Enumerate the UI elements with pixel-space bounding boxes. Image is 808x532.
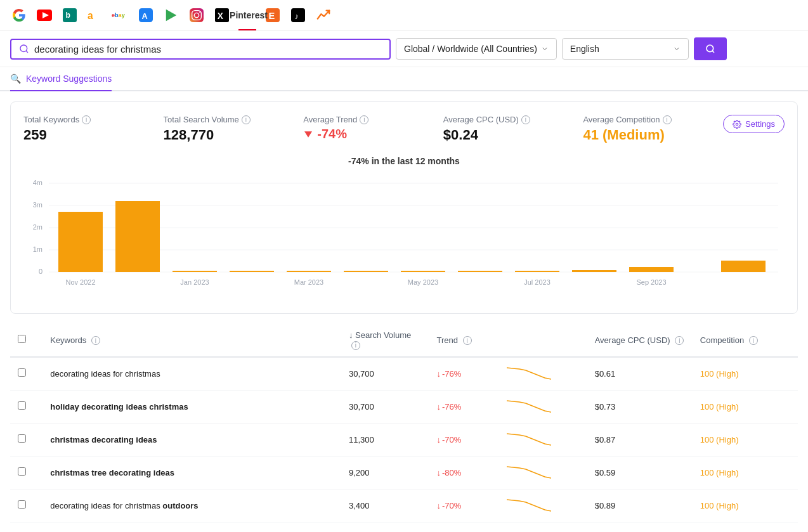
row-trend: ↓-80% bbox=[429, 456, 499, 489]
svg-text:Sep 2023: Sep 2023 bbox=[636, 278, 666, 286]
tab-keyword-suggestions[interactable]: 🔍 Keyword Suggestions bbox=[10, 67, 112, 91]
nav-instagram[interactable] bbox=[188, 6, 205, 24]
svg-text:♪: ♪ bbox=[295, 11, 299, 21]
mini-trend-chart bbox=[507, 431, 551, 446]
chart-title: -74% in the last 12 months bbox=[23, 156, 785, 166]
select-all-checkbox[interactable] bbox=[18, 335, 26, 343]
svg-text:4m: 4m bbox=[33, 179, 42, 186]
chart-area: -74% in the last 12 months 4m 3m 2m 1m 0 bbox=[23, 156, 785, 301]
row-checkbox-cell[interactable] bbox=[10, 390, 42, 423]
tab-bar: 🔍 Keyword Suggestions bbox=[0, 67, 808, 91]
top-navigation: b a ebay A X Pinterest E ♪ bbox=[0, 0, 808, 31]
search-bar: decorating ideas for christmas Global / … bbox=[0, 31, 808, 67]
tab-icon: 🔍 bbox=[10, 74, 21, 84]
row-checkbox[interactable] bbox=[18, 368, 26, 377]
stat-avg-trend: Average Trend i -74% bbox=[303, 115, 418, 141]
avg-cpc-info[interactable]: i bbox=[521, 115, 530, 124]
row-checkbox-cell[interactable] bbox=[10, 423, 42, 456]
th-competition[interactable]: Competition i bbox=[693, 324, 798, 357]
row-checkbox[interactable] bbox=[18, 500, 26, 509]
avg-cpc-header-info[interactable]: i bbox=[675, 336, 684, 345]
svg-text:0: 0 bbox=[39, 268, 42, 275]
row-keyword: christmas tree decorating ideas bbox=[42, 456, 341, 489]
row-cpc: $0.89 bbox=[587, 489, 693, 522]
nav-amazon[interactable]: a bbox=[86, 6, 104, 24]
row-volume: 30,700 bbox=[341, 357, 429, 391]
nav-google[interactable] bbox=[10, 6, 28, 24]
trend-header-info[interactable]: i bbox=[463, 336, 472, 345]
th-avg-cpc[interactable]: Average CPC (USD) i bbox=[587, 324, 693, 357]
trend-arrow-icon: ↓ bbox=[436, 435, 441, 444]
row-trend-chart bbox=[499, 456, 587, 489]
trend-down-arrow-icon bbox=[303, 129, 313, 139]
search-input-wrapper[interactable]: decorating ideas for christmas bbox=[10, 39, 391, 60]
row-checkbox[interactable] bbox=[18, 434, 26, 443]
row-checkbox[interactable] bbox=[18, 401, 26, 410]
row-checkbox-cell[interactable] bbox=[10, 489, 42, 522]
table-row: holiday decorating ideas christmas 30,70… bbox=[10, 390, 798, 423]
row-volume: 3,400 bbox=[341, 489, 429, 522]
row-cpc: $0.87 bbox=[587, 423, 693, 456]
nav-youtube[interactable] bbox=[36, 6, 53, 24]
language-chevron-icon bbox=[673, 45, 681, 53]
search-volume-header-info[interactable]: i bbox=[351, 341, 360, 350]
avg-competition-info[interactable]: i bbox=[663, 115, 672, 124]
nav-bing[interactable]: b bbox=[61, 6, 79, 24]
row-trend-chart bbox=[499, 423, 587, 456]
row-trend: ↓-70% bbox=[429, 423, 499, 456]
bar-mar2023 bbox=[287, 271, 331, 272]
row-checkbox-cell[interactable] bbox=[10, 456, 42, 489]
th-trend[interactable]: Trend i bbox=[429, 324, 499, 357]
row-keyword: decorating ideas for christmas outside bbox=[42, 522, 341, 532]
table-section: Keywords i ↓ Search Volume i Trend i Ave… bbox=[10, 324, 798, 532]
trend-arrow-icon: ↓ bbox=[436, 369, 441, 379]
competition-header-info[interactable]: i bbox=[749, 336, 758, 345]
bar-chart: 4m 3m 2m 1m 0 bbox=[23, 174, 785, 301]
svg-point-24 bbox=[736, 123, 738, 126]
th-search-volume[interactable]: ↓ Search Volume i bbox=[341, 324, 429, 357]
th-keywords[interactable]: Keywords i bbox=[42, 324, 341, 357]
stat-avg-cpc: Average CPC (USD) i $0.24 bbox=[443, 115, 558, 143]
row-competition: 100 (High) bbox=[693, 357, 798, 391]
row-checkbox-cell[interactable] bbox=[10, 357, 42, 391]
search-input[interactable]: decorating ideas for christmas bbox=[34, 44, 382, 55]
bar-feb2023 bbox=[230, 271, 274, 272]
svg-text:Mar 2023: Mar 2023 bbox=[294, 278, 323, 286]
svg-text:Nov 2022: Nov 2022 bbox=[65, 278, 95, 286]
avg-trend-info[interactable]: i bbox=[360, 115, 368, 124]
row-checkbox-cell[interactable] bbox=[10, 522, 42, 532]
stat-total-keywords: Total Keywords i 259 bbox=[23, 115, 138, 143]
trend-arrow-icon: ↓ bbox=[436, 501, 441, 510]
search-button[interactable] bbox=[694, 37, 727, 60]
location-dropdown[interactable]: Global / Worldwide (All Countries) bbox=[396, 38, 557, 60]
svg-text:A: A bbox=[142, 11, 148, 21]
settings-button[interactable]: Settings bbox=[723, 115, 785, 133]
row-trend-chart bbox=[499, 489, 587, 522]
nav-appstore[interactable]: A bbox=[137, 6, 155, 24]
nav-trending[interactable] bbox=[315, 6, 332, 24]
settings-gear-icon bbox=[733, 120, 741, 129]
svg-point-19 bbox=[20, 45, 27, 52]
language-dropdown[interactable]: English bbox=[562, 38, 689, 60]
nav-ebay[interactable]: ebay bbox=[112, 6, 129, 24]
row-checkbox[interactable] bbox=[18, 467, 26, 476]
mini-trend-chart bbox=[507, 365, 551, 380]
search-volume-info[interactable]: i bbox=[242, 115, 251, 124]
row-cpc: $0.73 bbox=[587, 390, 693, 423]
bar-dec2022 bbox=[115, 201, 160, 272]
table-header-row: Keywords i ↓ Search Volume i Trend i Ave… bbox=[10, 324, 798, 357]
svg-text:May 2023: May 2023 bbox=[408, 278, 438, 286]
svg-line-20 bbox=[26, 51, 28, 53]
row-competition: 100 (High) bbox=[693, 489, 798, 522]
svg-text:ebay: ebay bbox=[112, 12, 125, 18]
bar-nov2022 bbox=[58, 212, 103, 272]
nav-twitter[interactable]: X bbox=[213, 6, 231, 24]
row-cpc: $0.59 bbox=[587, 456, 693, 489]
nav-tiktok[interactable]: ♪ bbox=[289, 6, 307, 24]
row-keyword: decorating ideas for christmas outdoors bbox=[42, 489, 341, 522]
nav-googleplay[interactable] bbox=[162, 6, 180, 24]
bar-jan2023 bbox=[173, 271, 217, 272]
total-keywords-info[interactable]: i bbox=[82, 115, 91, 124]
nav-pinterest[interactable]: Pinterest bbox=[238, 6, 256, 24]
keywords-header-info[interactable]: i bbox=[91, 336, 100, 345]
